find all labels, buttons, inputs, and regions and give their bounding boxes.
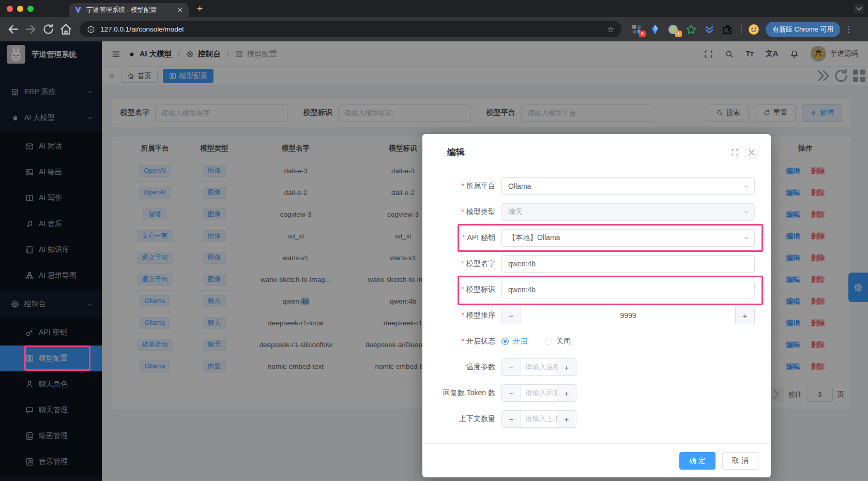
minimize-window-button[interactable] bbox=[17, 6, 23, 12]
extension-green-star-icon[interactable] bbox=[686, 24, 697, 35]
number-input-回复数 Token 数: − 请输入回复 + bbox=[501, 384, 576, 402]
form-label: *模型类型 bbox=[422, 207, 495, 217]
new-tab-button[interactable]: + bbox=[197, 3, 203, 14]
input-模型标识[interactable] bbox=[501, 281, 755, 298]
form-row: *API 秘钥 【本地】Ollama bbox=[422, 225, 771, 251]
form-row: *模型排序 − 9999 + bbox=[422, 303, 771, 328]
toolbar-divider bbox=[741, 25, 742, 34]
bookmark-star-icon[interactable]: ☆ bbox=[607, 25, 614, 34]
select-API 秘钥[interactable]: 【本地】Ollama bbox=[501, 229, 755, 247]
number-input-模型排序: − 9999 + bbox=[501, 307, 755, 324]
radio-group-开启状态: 开启 关闭 bbox=[501, 337, 571, 346]
dialog-footer: 确 定 取 消 bbox=[422, 443, 771, 477]
number-placeholder[interactable]: 请输入回复 bbox=[521, 385, 557, 401]
tab-search-chevron-icon[interactable] bbox=[854, 4, 864, 14]
decrease-button[interactable]: − bbox=[502, 385, 521, 401]
close-tab-icon[interactable] bbox=[177, 7, 184, 13]
chevron-down-icon bbox=[743, 209, 750, 216]
number-input-上下文数量: − 请输入上下 + bbox=[501, 410, 576, 428]
increase-button[interactable]: + bbox=[557, 411, 576, 427]
increase-button[interactable]: + bbox=[557, 385, 576, 401]
input-模型名字[interactable] bbox=[501, 255, 755, 273]
form-label: 上下文数量 bbox=[422, 414, 495, 424]
address-bar[interactable]: 127.0.0.1/ai/console/model ☆ bbox=[80, 21, 621, 37]
extension-badge: 6 bbox=[639, 31, 646, 37]
dialog-header: 编辑 bbox=[422, 134, 771, 171]
form-row: 上下文数量 − 请输入上下 + bbox=[422, 406, 771, 432]
screen: 芋道管理系统 - 模型配置 + 127.0.0.1/ai/console/mod… bbox=[0, 0, 868, 481]
form-label: 回复数 Token 数 bbox=[422, 388, 495, 398]
form-row: *所属平台 Ollama bbox=[422, 173, 771, 199]
form-row: 回复数 Token 数 − 请输入回复 + bbox=[422, 380, 771, 406]
url-text[interactable]: 127.0.0.1/ai/console/model bbox=[100, 25, 602, 33]
home-toolbar-icon[interactable] bbox=[59, 22, 73, 36]
select-value: Ollama bbox=[508, 182, 531, 190]
zoom-window-button[interactable] bbox=[27, 6, 34, 12]
window-controls bbox=[0, 6, 41, 12]
app-viewport: 芋道管理系统 ERP 系统 AI 大模型 AI 对话 AI 绘画 AI 写作 A… bbox=[0, 41, 868, 481]
dialog-fullscreen-icon[interactable] bbox=[731, 148, 739, 156]
chevron-down-icon bbox=[743, 235, 750, 242]
select-value: 【本地】Ollama bbox=[508, 233, 560, 243]
close-window-button[interactable] bbox=[7, 6, 13, 12]
radio-label: 关闭 bbox=[556, 337, 571, 346]
browser-tab-strip: 芋道管理系统 - 模型配置 + bbox=[0, 0, 868, 17]
increase-button[interactable]: + bbox=[557, 359, 576, 375]
number-placeholder[interactable]: 请输入上下 bbox=[521, 411, 557, 427]
browser-tab[interactable]: 芋道管理系统 - 模型配置 bbox=[69, 3, 189, 17]
form-row: *模型名字 bbox=[422, 251, 771, 277]
site-info-icon[interactable] bbox=[87, 25, 95, 34]
extension-kite-icon[interactable] bbox=[649, 24, 661, 35]
decrease-button[interactable]: − bbox=[502, 411, 521, 427]
extension-circle-icon[interactable]: 1 bbox=[667, 24, 679, 35]
dialog-form: *所属平台 Ollama *模型类型 聊天 *API 秘钥 【本地】Ollama bbox=[422, 171, 771, 432]
radio-dot bbox=[545, 338, 552, 345]
radio-开启[interactable]: 开启 bbox=[501, 337, 527, 346]
select-value: 聊天 bbox=[508, 207, 523, 217]
number-value[interactable]: 9999 bbox=[521, 307, 735, 324]
browser-toolbar: 127.0.0.1/ai/console/model ☆ 6 1 有新版 Chr… bbox=[0, 17, 868, 41]
select-模型类型[interactable]: 聊天 bbox=[501, 203, 755, 221]
chevron-down-icon bbox=[743, 183, 750, 190]
chrome-update-button[interactable]: 有新版 Chrome 可用 bbox=[766, 22, 840, 37]
browser-tab-title: 芋道管理系统 - 模型配置 bbox=[86, 6, 173, 14]
back-icon[interactable] bbox=[6, 22, 20, 36]
extensions-puzzle-icon[interactable] bbox=[722, 24, 733, 35]
browser-menu-icon[interactable]: ⋮ bbox=[845, 25, 852, 34]
edit-dialog: 编辑 *所属平台 Ollama *模型类型 聊天 * bbox=[422, 134, 771, 477]
form-row: 温度参数 − 请输入温度 + bbox=[422, 354, 771, 380]
form-label: *模型标识 bbox=[422, 285, 495, 294]
select-所属平台[interactable]: Ollama bbox=[501, 177, 755, 195]
form-label: 温度参数 bbox=[422, 363, 495, 372]
radio-dot bbox=[501, 338, 509, 345]
extension-blocks-icon[interactable]: 6 bbox=[631, 24, 643, 35]
dialog-close-icon[interactable] bbox=[748, 148, 755, 156]
decrease-button[interactable]: − bbox=[502, 359, 521, 375]
form-label: *模型名字 bbox=[422, 259, 495, 268]
number-input-温度参数: − 请输入温度 + bbox=[501, 358, 576, 376]
radio-关闭[interactable]: 关闭 bbox=[545, 337, 571, 346]
site-favicon-icon bbox=[74, 6, 82, 14]
form-label: *模型排序 bbox=[422, 311, 495, 320]
forward-icon[interactable] bbox=[24, 22, 38, 36]
extension-double-chevron-icon[interactable] bbox=[704, 24, 715, 35]
form-label: *API 秘钥 bbox=[422, 233, 495, 243]
profile-smiley-icon[interactable] bbox=[748, 24, 759, 35]
number-placeholder[interactable]: 请输入温度 bbox=[521, 359, 557, 375]
radio-label: 开启 bbox=[513, 337, 527, 346]
form-row: *模型类型 聊天 bbox=[422, 199, 771, 225]
confirm-button[interactable]: 确 定 bbox=[679, 452, 715, 470]
form-row: *开启状态 开启 关闭 bbox=[422, 328, 771, 354]
reload-icon[interactable] bbox=[41, 22, 55, 36]
dialog-title: 编辑 bbox=[447, 146, 465, 158]
form-label: *开启状态 bbox=[422, 337, 495, 346]
extension-badge: 1 bbox=[675, 31, 682, 37]
increase-button[interactable]: + bbox=[735, 307, 754, 324]
decrease-button[interactable]: − bbox=[502, 307, 521, 324]
form-label: *所属平台 bbox=[422, 182, 495, 191]
form-row: *模型标识 bbox=[422, 277, 771, 303]
cancel-button[interactable]: 取 消 bbox=[722, 452, 758, 470]
